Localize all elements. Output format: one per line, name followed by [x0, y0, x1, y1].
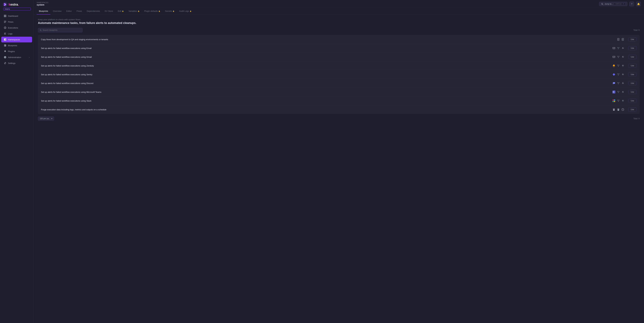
- search-box[interactable]: [38, 28, 82, 32]
- sidebar-item-administration[interactable]: Administration ›: [1, 54, 32, 60]
- kestra-logo-icon: [2, 2, 8, 7]
- svg-rect-15: [5, 38, 6, 40]
- blueprint-icons: T: [612, 90, 624, 94]
- search-icon: [601, 3, 603, 5]
- notifications-button[interactable]: 🔔: [636, 2, 641, 6]
- administration-chevron-icon: ›: [29, 56, 30, 58]
- blueprint-plugin-icon: [621, 55, 624, 59]
- sidebar-label-logs: Logs: [8, 32, 12, 35]
- svg-line-52: [618, 74, 618, 75]
- jump-to-label: Jump to...: [605, 3, 613, 5]
- svg-point-30: [618, 49, 619, 49]
- blueprint-icons: [612, 82, 624, 85]
- svg-line-32: [618, 48, 618, 48]
- use-blueprint-button[interactable]: Use: [628, 99, 636, 103]
- env-badge[interactable]: staging: [3, 8, 31, 10]
- svg-rect-4: [5, 15, 6, 16]
- svg-rect-34: [612, 56, 615, 58]
- sidebar-item-flows[interactable]: Flows: [1, 19, 32, 25]
- tab-edit-label: Edit: [118, 10, 121, 12]
- page-title: Automate maintenance tasks, from failure…: [38, 21, 640, 25]
- svg-point-54: [617, 82, 618, 83]
- sidebar-item-dashboard[interactable]: Dashboard: [1, 13, 32, 19]
- page-subtitle: Keep your platform in check with system …: [38, 18, 640, 21]
- svg-point-74: [618, 101, 619, 102]
- plugins-icon: [4, 50, 6, 52]
- edit-lock-icon: 🔒: [122, 10, 124, 12]
- help-button[interactable]: ?: [629, 2, 634, 6]
- use-blueprint-button[interactable]: Use: [628, 81, 636, 85]
- svg-point-35: [617, 56, 618, 56]
- tab-flows[interactable]: Flows: [74, 8, 84, 14]
- namespace-value: system: [37, 4, 48, 6]
- tab-plugin-defaults[interactable]: Plugin defaults 🔒: [142, 8, 162, 14]
- svg-rect-9: [4, 22, 6, 23]
- use-blueprint-button[interactable]: Use: [628, 64, 636, 68]
- use-blueprint-button[interactable]: Use: [628, 55, 636, 59]
- use-blueprint-button[interactable]: Use: [628, 108, 636, 112]
- svg-point-37: [618, 58, 619, 58]
- tab-audit-logs[interactable]: Audit Logs 🔒: [177, 8, 194, 14]
- use-blueprint-button[interactable]: Use: [628, 46, 636, 50]
- search-input[interactable]: [42, 29, 81, 31]
- use-blueprint-button[interactable]: Use: [628, 72, 636, 76]
- blueprint-plugin-icon: [616, 99, 620, 102]
- blueprint-plugin-icon: [616, 38, 620, 41]
- blueprint-plugin-icon: [616, 90, 620, 94]
- sidebar-item-settings[interactable]: Settings: [1, 60, 32, 66]
- tab-blueprints[interactable]: Blueprints: [37, 8, 50, 14]
- blueprint-plugin-icon: [621, 99, 624, 102]
- tab-dependencies[interactable]: Dependencies: [84, 8, 102, 14]
- flows-icon: [4, 20, 6, 23]
- svg-point-48: [617, 74, 618, 74]
- per-page-select[interactable]: 100 per pa... ▾: [38, 116, 54, 121]
- tab-overview[interactable]: Overview: [51, 8, 64, 14]
- per-page-chevron-icon: ▾: [51, 118, 52, 120]
- svg-rect-11: [4, 33, 6, 33]
- svg-rect-25: [622, 39, 623, 40]
- svg-rect-5: [4, 16, 5, 17]
- blueprint-plugin-icon: [616, 82, 620, 85]
- blueprint-plugin-icon: [616, 64, 620, 68]
- sidebar-item-executions[interactable]: Executions: [1, 25, 32, 30]
- sidebar-item-plugins[interactable]: Plugins: [1, 48, 32, 54]
- svg-rect-8: [4, 22, 6, 22]
- blueprint-item: Set up alerts for failed workflow execut…: [38, 62, 640, 70]
- blueprint-plugin-icon: [612, 46, 616, 50]
- svg-line-45: [618, 65, 618, 66]
- tab-secrets[interactable]: Secrets 🔒: [163, 8, 176, 14]
- svg-line-66: [618, 92, 618, 92]
- sidebar-label-blueprints: Blueprints: [8, 44, 17, 47]
- svg-rect-69: [614, 100, 615, 100]
- sidebar-item-namespaces[interactable]: Namespaces: [1, 37, 32, 42]
- tab-variables[interactable]: Variables 🔒: [126, 8, 142, 14]
- svg-point-73: [619, 100, 619, 100]
- use-blueprint-button[interactable]: Use: [628, 37, 636, 42]
- tab-editor[interactable]: Editor: [64, 8, 74, 14]
- blueprint-plugin-icon: [621, 73, 624, 76]
- sidebar-item-logs[interactable]: Logs: [1, 31, 32, 36]
- svg-point-43: [618, 66, 619, 67]
- shortcut-kbd: Ctrl/Cmd + K: [614, 3, 625, 5]
- blueprint-plugin-icon: [621, 46, 624, 50]
- svg-point-17: [602, 3, 603, 4]
- tab-editor-label: Editor: [66, 10, 72, 12]
- use-blueprint-button[interactable]: Use: [628, 90, 636, 94]
- topbar: Namespaces system Jump to... Ctrl/Cmd + …: [34, 0, 644, 8]
- settings-icon: [4, 62, 6, 64]
- svg-line-33: [618, 48, 619, 48]
- tab-flows-label: Flows: [76, 10, 82, 12]
- tab-kv-store[interactable]: KV Store: [102, 8, 115, 14]
- svg-line-46: [618, 65, 619, 66]
- svg-rect-13: [4, 34, 6, 34]
- sidebar-item-blueprints[interactable]: Blueprints: [1, 42, 32, 48]
- blueprint-plugin-icon: [612, 108, 616, 111]
- audit-logs-lock-icon: 🔒: [190, 10, 192, 12]
- blueprint-plugin-icon: T: [612, 90, 616, 94]
- svg-point-28: [617, 47, 618, 48]
- blueprint-name: Purge execution data including logs, met…: [41, 108, 610, 111]
- blueprint-item: Set up alerts for failed workflow execut…: [38, 96, 640, 105]
- jump-to-button[interactable]: Jump to... Ctrl/Cmd + K: [599, 2, 628, 6]
- blueprint-plugin-icon: [621, 38, 624, 41]
- tab-edit[interactable]: Edit 🔒: [116, 8, 126, 14]
